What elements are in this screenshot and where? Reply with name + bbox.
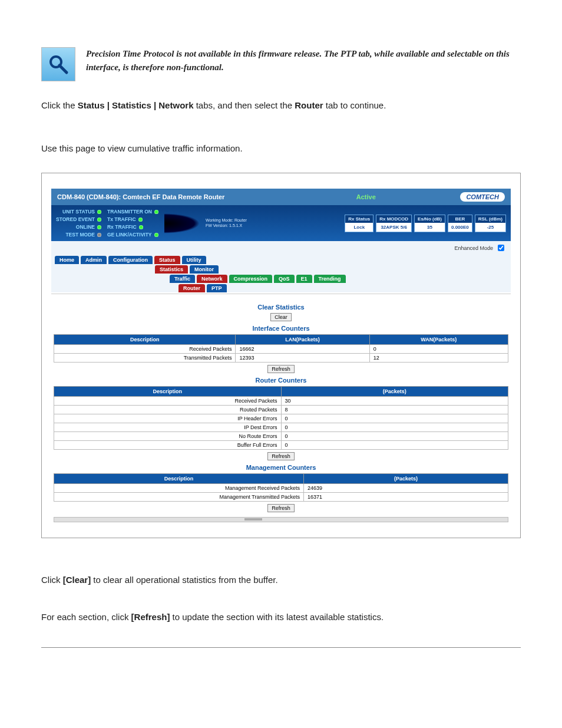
magnifier-icon bbox=[41, 47, 75, 81]
rx-header: BER bbox=[448, 215, 472, 223]
led-icon bbox=[97, 225, 101, 229]
col-description: Description bbox=[54, 387, 282, 397]
cell: 12 bbox=[369, 354, 508, 363]
table-row: Management Received Packets24639 bbox=[54, 484, 508, 493]
section-interface-title: Interface Counters bbox=[54, 325, 508, 332]
window-titlebar: CDM-840 (CDM-840): Comtech EF Data Remot… bbox=[51, 189, 511, 205]
router-screenshot: CDM-840 (CDM-840): Comtech EF Data Remot… bbox=[41, 173, 521, 538]
cell: No Route Errors bbox=[54, 432, 282, 441]
tab-ptp[interactable]: PTP bbox=[207, 284, 227, 292]
tab-trending[interactable]: Trending bbox=[314, 275, 346, 283]
tab-compression[interactable]: Compression bbox=[229, 275, 273, 283]
text: FW Version: 1.5.1.X bbox=[206, 223, 247, 228]
cell: Buffer Full Errors bbox=[54, 441, 282, 450]
col-wan: WAN(Packets) bbox=[369, 335, 508, 345]
rx-value: 32APSK 5/6 bbox=[376, 223, 411, 232]
tab-e1[interactable]: E1 bbox=[296, 275, 312, 283]
text: tabs, and then select the bbox=[193, 100, 295, 110]
refresh-button[interactable]: Refresh bbox=[267, 504, 295, 512]
intro-paragraph-2: Use this page to view cumulative traffic… bbox=[41, 142, 521, 156]
horizontal-scrollbar[interactable] bbox=[54, 517, 508, 522]
note-text: Precision Time Protocol is not available… bbox=[86, 47, 521, 74]
table-row: IP Header Errors0 bbox=[54, 414, 508, 423]
led-icon bbox=[154, 233, 158, 237]
led-label: Tx TRAFFIC bbox=[107, 216, 136, 222]
cell: IP Dest Errors bbox=[54, 423, 282, 432]
enhanced-mode-label: Enhanced Mode bbox=[454, 245, 493, 251]
rx-header: Es/No (dB) bbox=[415, 215, 445, 223]
cell: 24639 bbox=[304, 484, 508, 493]
table-row: Buffer Full Errors0 bbox=[54, 441, 508, 450]
active-status: Active bbox=[356, 193, 376, 200]
tab-network[interactable]: Network bbox=[197, 275, 227, 283]
cell: Received Packets bbox=[54, 397, 282, 406]
rx-value: -25 bbox=[475, 223, 505, 232]
note-callout: Precision Time Protocol is not available… bbox=[41, 47, 521, 81]
tab-admin[interactable]: Admin bbox=[81, 256, 107, 264]
cell: Management Received Packets bbox=[54, 484, 304, 493]
cell: 0 bbox=[369, 345, 508, 354]
cell: Management Transmitted Packets bbox=[54, 493, 304, 502]
tab-status[interactable]: Status bbox=[154, 256, 180, 264]
text: Click the bbox=[41, 100, 78, 110]
text: to update the section with its latest av… bbox=[170, 612, 384, 622]
footer-rule bbox=[41, 647, 521, 648]
cell: 16662 bbox=[236, 345, 369, 354]
tab-traffic[interactable]: Traffic bbox=[170, 275, 195, 283]
table-row: Routed Packets8 bbox=[54, 406, 508, 414]
table-row: No Route Errors0 bbox=[54, 432, 508, 441]
router-counters-table: Description (Packets) Received Packets30… bbox=[54, 386, 508, 450]
tab-monitor[interactable]: Monitor bbox=[190, 265, 219, 274]
text: Working Mode: Router bbox=[206, 218, 247, 223]
cell: 12393 bbox=[236, 354, 369, 363]
enhanced-mode-row: Enhanced Mode bbox=[51, 241, 511, 255]
clear-button[interactable]: Clear bbox=[270, 313, 292, 321]
working-mode-text: Working Mode: Router FW Version: 1.5.1.X bbox=[206, 218, 247, 228]
window-title: CDM-840 (CDM-840): Comtech EF Data Remot… bbox=[57, 193, 224, 200]
text-bold: Router bbox=[295, 100, 323, 110]
text-bold: [Refresh] bbox=[131, 612, 170, 622]
tab-configuration[interactable]: Configuration bbox=[108, 256, 153, 264]
text: tab to continue. bbox=[323, 100, 386, 110]
text: For each section, click bbox=[41, 612, 131, 622]
rx-header: Rx MODCOD bbox=[376, 215, 411, 223]
cell: 16371 bbox=[304, 493, 508, 502]
rx-value: 0.000E0 bbox=[448, 223, 472, 232]
tab-home[interactable]: Home bbox=[55, 256, 79, 264]
led-label: TRANSMITTER ON bbox=[107, 209, 152, 215]
led-label: ONLINE bbox=[76, 224, 95, 230]
intro-paragraph-1: Click the Status | Statistics | Network … bbox=[41, 99, 521, 113]
page-content: Clear Statistics Clear Interface Counter… bbox=[51, 294, 511, 528]
rx-value: 35 bbox=[415, 223, 445, 232]
swoosh-graphic bbox=[164, 213, 200, 233]
refresh-button[interactable]: Refresh bbox=[267, 365, 295, 373]
led-icon bbox=[97, 218, 101, 222]
tab-statistics[interactable]: Statistics bbox=[155, 265, 188, 274]
tab-qos[interactable]: QoS bbox=[274, 275, 295, 283]
tab-router[interactable]: Router bbox=[178, 284, 205, 292]
cell: 0 bbox=[281, 432, 508, 441]
table-row: Received Packets166620 bbox=[54, 345, 508, 354]
tab-utility[interactable]: Utility bbox=[182, 256, 206, 264]
nav-tabs: Home Admin Configuration Status Utility … bbox=[51, 255, 511, 292]
led-label: STORED EVENT bbox=[56, 216, 95, 222]
section-clear-title: Clear Statistics bbox=[54, 304, 508, 311]
status-band: UNIT STATUS STORED EVENT ONLINE TEST MOD… bbox=[51, 205, 511, 241]
table-row: IP Dest Errors0 bbox=[54, 423, 508, 432]
table-row: Received Packets30 bbox=[54, 397, 508, 406]
led-label: Rx TRAFFIC bbox=[107, 224, 137, 230]
led-label: TEST MODE bbox=[65, 232, 95, 238]
led-icon bbox=[97, 233, 101, 237]
led-icon bbox=[139, 225, 143, 229]
outro-paragraph-2: For each section, click [Refresh] to upd… bbox=[41, 611, 521, 624]
cell: 0 bbox=[281, 441, 508, 450]
led-icon bbox=[154, 210, 158, 214]
refresh-button[interactable]: Refresh bbox=[267, 452, 295, 460]
enhanced-mode-checkbox[interactable] bbox=[498, 245, 504, 251]
cell: 8 bbox=[281, 406, 508, 414]
cell: 30 bbox=[281, 397, 508, 406]
col-lan: LAN(Packets) bbox=[236, 335, 369, 345]
rx-value: Lock bbox=[345, 223, 373, 232]
rx-header: Rx Status bbox=[345, 215, 373, 223]
col-description: Description bbox=[54, 335, 236, 345]
